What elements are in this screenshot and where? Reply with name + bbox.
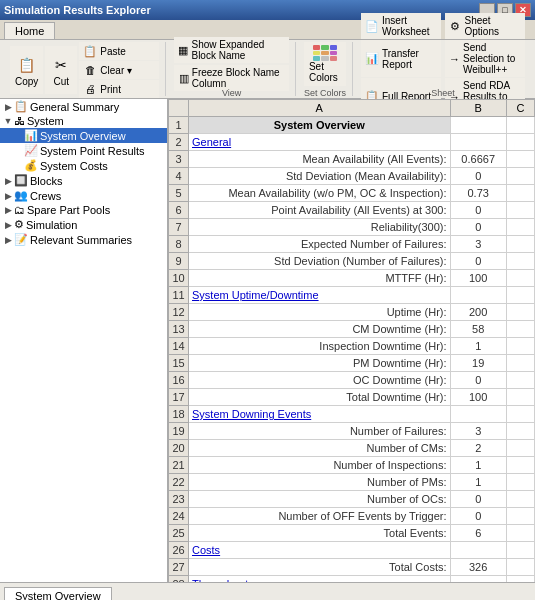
sidebar-item-relevant-summaries[interactable]: ▶ 📝 Relevant Summaries	[0, 232, 167, 247]
table-row: 27Total Costs:326	[169, 559, 535, 576]
cell-10-B: 100	[450, 270, 506, 287]
print-icon: 🖨	[83, 82, 97, 96]
cell-23-B: 0	[450, 491, 506, 508]
toggle-spare-part-pools[interactable]: ▶	[2, 205, 14, 215]
set-colors-icon	[313, 45, 337, 61]
row-number: 11	[169, 287, 189, 304]
cut-icon: ✂	[50, 54, 72, 76]
table-row: 28Throughput	[169, 576, 535, 583]
toggle-relevant-summaries[interactable]: ▶	[2, 235, 14, 245]
cell-6-A: Point Availability (All Events) at 300:	[189, 202, 451, 219]
cell-4-C	[506, 168, 534, 185]
sidebar-item-crews[interactable]: ▶ 👥 Crews	[0, 188, 167, 203]
toggle-crews[interactable]: ▶	[2, 191, 14, 201]
row-number: 19	[169, 423, 189, 440]
system-costs-icon: 💰	[24, 159, 38, 172]
cell-7-B: 0	[450, 219, 506, 236]
relevant-summaries-label: Relevant Summaries	[30, 234, 132, 246]
cell-4-B: 0	[450, 168, 506, 185]
sidebar-item-simulation[interactable]: ▶ ⚙ Simulation	[0, 217, 167, 232]
sidebar-item-spare-part-pools[interactable]: ▶ 🗂 Spare Part Pools	[0, 203, 167, 217]
cell-16-C	[506, 372, 534, 389]
sheet-options-button[interactable]: ⚙ Sheet Options	[445, 13, 525, 39]
toggle-simulation[interactable]: ▶	[2, 220, 14, 230]
cell-28-A[interactable]: Throughput	[189, 576, 451, 583]
paste-button[interactable]: 📋 Paste	[79, 42, 159, 60]
cell-7-C	[506, 219, 534, 236]
table-row: 7Reliability(300):0	[169, 219, 535, 236]
tab-home[interactable]: Home	[4, 22, 55, 39]
table-row: 20Number of CMs:2	[169, 440, 535, 457]
cell-2-A[interactable]: General	[189, 134, 451, 151]
cell-8-A: Expected Number of Failures:	[189, 236, 451, 253]
table-row: 5Mean Availability (w/o PM, OC & Inspect…	[169, 185, 535, 202]
row-number: 22	[169, 474, 189, 491]
table-row: 2General	[169, 134, 535, 151]
cell-26-B	[450, 542, 506, 559]
cell-10-C	[506, 270, 534, 287]
cell-20-A: Number of CMs:	[189, 440, 451, 457]
cell-5-C	[506, 185, 534, 202]
sidebar-item-system-point-results[interactable]: 📈 System Point Results	[0, 143, 167, 158]
cell-1-A: System Overview	[189, 117, 451, 134]
paste-icon: 📋	[83, 44, 97, 58]
spreadsheet[interactable]: A B C 1System Overview2General3Mean Avai…	[168, 99, 535, 582]
cell-8-C	[506, 236, 534, 253]
row-number: 10	[169, 270, 189, 287]
cell-25-C	[506, 525, 534, 542]
set-colors-button[interactable]: Set Colors	[304, 42, 346, 86]
cell-17-B: 100	[450, 389, 506, 406]
insert-worksheet-button[interactable]: 📄 Insert Worksheet	[361, 13, 441, 39]
table-row: 26Costs	[169, 542, 535, 559]
cell-1-B	[450, 117, 506, 134]
row-number: 25	[169, 525, 189, 542]
cell-18-B	[450, 406, 506, 423]
cell-6-C	[506, 202, 534, 219]
cell-14-B: 1	[450, 338, 506, 355]
sidebar-item-system-overview[interactable]: 📊 System Overview	[0, 128, 167, 143]
row-number: 24	[169, 508, 189, 525]
toggle-general-summary[interactable]: ▶	[2, 102, 14, 112]
row-number: 21	[169, 457, 189, 474]
cell-17-C	[506, 389, 534, 406]
cell-21-C	[506, 457, 534, 474]
blocks-icon: 🔲	[14, 174, 28, 187]
cell-22-C	[506, 474, 534, 491]
row-number: 6	[169, 202, 189, 219]
cell-3-C	[506, 151, 534, 168]
cell-11-A[interactable]: System Uptime/Downtime	[189, 287, 451, 304]
cell-24-A: Number of OFF Events by Trigger:	[189, 508, 451, 525]
row-number: 4	[169, 168, 189, 185]
row-number: 8	[169, 236, 189, 253]
send-selection-weibull-button[interactable]: → Send Selection to Weibull++	[445, 40, 525, 77]
transfer-report-button[interactable]: 📊 Transfer Report	[361, 40, 441, 77]
print-button[interactable]: 🖨 Print	[79, 80, 159, 98]
expand-icon: ▦	[178, 43, 188, 57]
copy-button[interactable]: 📋 Copy	[10, 46, 43, 94]
general-summary-label: General Summary	[30, 101, 119, 113]
toggle-system[interactable]: ▼	[2, 116, 14, 126]
cell-18-A[interactable]: System Downing Events	[189, 406, 451, 423]
cell-4-A: Std Deviation (Mean Availability):	[189, 168, 451, 185]
cut-button[interactable]: ✂ Cut	[45, 46, 77, 94]
sidebar-item-system-costs[interactable]: 💰 System Costs	[0, 158, 167, 173]
row-number: 18	[169, 406, 189, 423]
clear-icon: 🗑	[83, 63, 97, 77]
sidebar-item-general-summary[interactable]: ▶ 📋 General Summary	[0, 99, 167, 114]
row-number: 20	[169, 440, 189, 457]
sheet-tab-system-overview[interactable]: System Overview	[4, 587, 112, 600]
cell-26-A[interactable]: Costs	[189, 542, 451, 559]
cell-3-B: 0.6667	[450, 151, 506, 168]
cell-18-C	[506, 406, 534, 423]
cell-14-A: Inspection Downtime (Hr):	[189, 338, 451, 355]
toggle-blocks[interactable]: ▶	[2, 176, 14, 186]
sidebar-item-system[interactable]: ▼ 🖧 System	[0, 114, 167, 128]
sidebar-item-blocks[interactable]: ▶ 🔲 Blocks	[0, 173, 167, 188]
show-expanded-block-name-button[interactable]: ▦ Show Expanded Block Name	[174, 37, 289, 63]
row-number: 12	[169, 304, 189, 321]
clear-button[interactable]: 🗑 Clear ▾	[79, 61, 159, 79]
cell-12-B: 200	[450, 304, 506, 321]
ribbon-group-set-colors: Set Colors Set Colors	[298, 42, 353, 96]
table-row: 22Number of PMs:1	[169, 474, 535, 491]
row-number: 15	[169, 355, 189, 372]
